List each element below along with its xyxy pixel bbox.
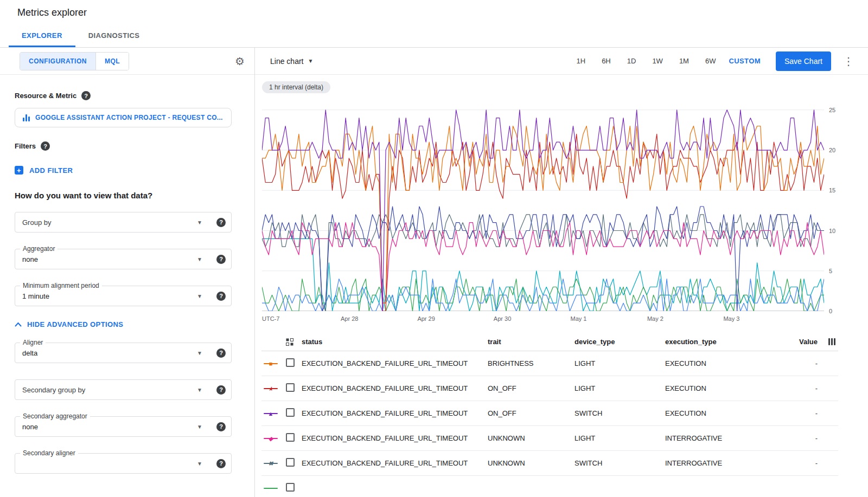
secondary-aggregator-value: none: [22, 423, 192, 431]
time-range-6w-button[interactable]: 6W: [699, 53, 723, 69]
chart-type-dropdown[interactable]: Line chart ▼: [270, 57, 313, 66]
min-alignment-value: 1 minute: [22, 292, 192, 300]
time-range-1h-button[interactable]: 1H: [570, 53, 592, 69]
configuration-button[interactable]: CONFIGURATION: [20, 53, 95, 70]
x-tick-label: May 1: [571, 315, 587, 322]
row-trait: ON_OFF: [488, 409, 575, 417]
add-filter-label: ADD FILTER: [29, 166, 73, 175]
tab-diagnostics[interactable]: DIAGNOSTICS: [75, 25, 153, 47]
row-checkbox[interactable]: [286, 408, 295, 417]
mql-button[interactable]: MQL: [95, 53, 129, 70]
x-tick-label: May 3: [723, 315, 739, 322]
legend-toggle-icon[interactable]: [286, 338, 302, 346]
y-tick-label: 5: [829, 268, 832, 274]
column-value: Value: [789, 338, 820, 346]
time-range-custom-button[interactable]: CUSTOM: [722, 53, 767, 69]
secondary-aligner-label: Secondary aligner: [20, 449, 78, 457]
resource-metric-help-icon[interactable]: ?: [81, 91, 91, 100]
table-header: status trait device_type execution_type …: [261, 333, 838, 351]
bar-chart-icon: [23, 114, 30, 121]
row-value: -: [789, 409, 820, 417]
time-range-1w-button[interactable]: 1W: [646, 53, 669, 69]
row-execution-type: EXECUTION: [665, 384, 789, 392]
group-by-select[interactable]: Group by ▼ ?: [15, 212, 232, 233]
chart-type-label: Line chart: [270, 57, 303, 66]
secondary-aligner-help-icon[interactable]: ?: [216, 459, 226, 468]
row-execution-type: INTERROGATIVE: [665, 459, 789, 467]
row-status: EXECUTION_BACKEND_FAILURE_URL_TIMEOUT: [302, 384, 488, 392]
y-tick-label: 10: [829, 228, 835, 234]
min-alignment-label: Minimum alignment period: [20, 282, 102, 289]
y-tick-label: 0: [829, 308, 832, 314]
chevron-down-icon: ▼: [197, 293, 202, 299]
x-tick-label: Apr 29: [417, 315, 435, 322]
group-by-placeholder: Group by: [22, 218, 192, 227]
tab-explorer[interactable]: EXPLORER: [9, 25, 75, 47]
filters-help-icon[interactable]: ?: [41, 141, 50, 151]
row-checkbox[interactable]: [286, 358, 295, 367]
series-marker-icon: ★: [264, 385, 278, 392]
time-range-6h-button[interactable]: 6H: [595, 53, 617, 69]
gear-icon[interactable]: ⚙: [235, 55, 245, 68]
x-tick-label: Apr 28: [341, 315, 358, 322]
row-status: EXECUTION_BACKEND_FAILURE_URL_TIMEOUT: [302, 409, 488, 417]
row-device-type: LIGHT: [575, 359, 665, 367]
hide-advanced-options-button[interactable]: HIDE ADVANCED OPTIONS: [15, 320, 240, 328]
metric-chip-label: GOOGLE ASSISTANT ACTION PROJECT - REQUES…: [35, 114, 223, 121]
chevron-down-icon: ▼: [197, 424, 202, 430]
table-row: [261, 476, 838, 497]
row-checkbox[interactable]: [286, 458, 295, 467]
chart-panel: Line chart ▼ 1H6H1D1W1M6W CUSTOM Save Ch…: [255, 48, 868, 497]
resource-metric-section: Resource & Metric ?: [15, 91, 240, 100]
chip-row: 1 hr interval (delta): [255, 75, 868, 93]
chevron-down-icon: ▼: [308, 58, 313, 64]
config-toolbar: CONFIGURATION MQL ⚙: [0, 48, 254, 75]
columns-icon[interactable]: [828, 338, 835, 345]
time-range-group: 1H6H1D1W1M6W: [570, 53, 723, 69]
add-filter-button[interactable]: + ADD FILTER: [15, 166, 240, 175]
table-row: ◆EXECUTION_BACKEND_FAILURE_URL_TIMEOUTUN…: [261, 426, 838, 451]
secondary-group-by-select[interactable]: Secondary group by ▼ ?: [15, 379, 232, 400]
row-device-type: SWITCH: [575, 459, 665, 467]
table-row: ★EXECUTION_BACKEND_FAILURE_URL_TIMEOUTON…: [261, 376, 838, 401]
row-trait: UNKNOWN: [488, 459, 575, 467]
chart-toolbar: Line chart ▼ 1H6H1D1W1M6W CUSTOM Save Ch…: [255, 48, 868, 75]
time-range-1m-button[interactable]: 1M: [673, 53, 695, 69]
aligner-select[interactable]: delta ▼ ?: [15, 343, 232, 363]
mode-toggle: CONFIGURATION MQL: [20, 52, 129, 70]
row-checkbox[interactable]: [286, 383, 295, 392]
secondary-group-by-help-icon[interactable]: ?: [216, 385, 226, 395]
x-tick-label: UTC-7: [262, 315, 279, 322]
view-data-question: How do you want to view that data?: [15, 191, 240, 200]
series-table: status trait device_type execution_type …: [261, 333, 838, 497]
aligner-help-icon[interactable]: ?: [216, 348, 226, 358]
column-status: status: [302, 338, 488, 346]
row-trait: UNKNOWN: [488, 434, 575, 442]
aggregator-help-icon[interactable]: ?: [216, 255, 226, 264]
chevron-up-icon: [15, 322, 22, 327]
save-chart-button[interactable]: Save Chart: [776, 51, 831, 71]
chevron-down-icon: ▼: [197, 461, 202, 467]
metric-chip[interactable]: GOOGLE ASSISTANT ACTION PROJECT - REQUES…: [15, 108, 232, 127]
row-trait: ON_OFF: [488, 384, 575, 392]
row-checkbox[interactable]: [286, 483, 295, 492]
series-marker-icon: ▲: [264, 410, 278, 417]
time-range-1d-button[interactable]: 1D: [621, 53, 643, 69]
chevron-down-icon: ▼: [197, 387, 202, 393]
chevron-down-icon: ▼: [197, 256, 202, 262]
min-alignment-help-icon[interactable]: ?: [216, 292, 226, 301]
column-execution-type: execution_type: [665, 338, 789, 346]
table-row: ▲EXECUTION_BACKEND_FAILURE_URL_TIMEOUTON…: [261, 401, 838, 426]
y-tick-label: 20: [829, 147, 835, 153]
y-tick-label: 15: [829, 187, 835, 193]
series-marker-icon: ◆: [264, 435, 278, 442]
row-device-type: LIGHT: [575, 434, 665, 442]
row-checkbox[interactable]: [286, 433, 295, 442]
aggregator-value: none: [22, 255, 192, 263]
chevron-down-icon: ▼: [197, 220, 202, 225]
secondary-aggregator-help-icon[interactable]: ?: [216, 422, 226, 431]
x-axis-labels: UTC-7Apr 28Apr 29Apr 30May 1May 2May 3: [262, 314, 799, 323]
kebab-menu-icon[interactable]: ⋮: [839, 55, 858, 68]
secondary-aligner-field: Secondary aligner ▼ ?: [15, 453, 232, 474]
group-by-help-icon[interactable]: ?: [216, 218, 226, 227]
